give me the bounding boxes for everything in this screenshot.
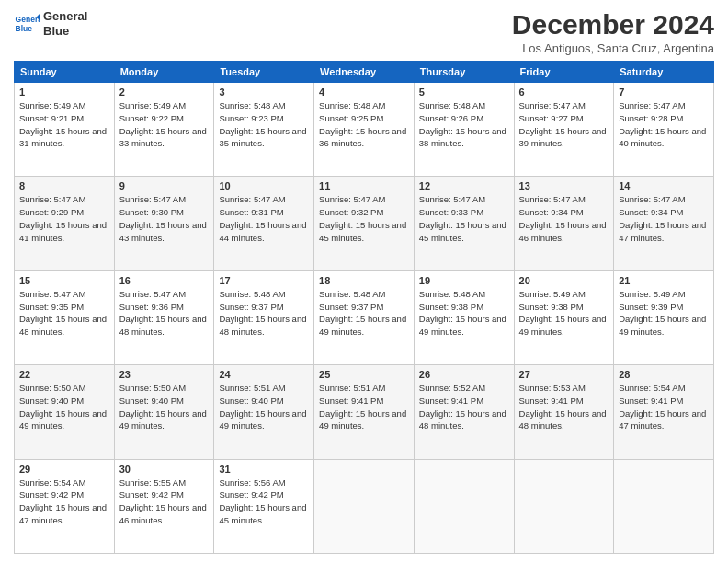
day-info: Sunrise: 5:48 AMSunset: 9:23 PMDaylight:… — [219, 100, 306, 148]
week-row-3: 15 Sunrise: 5:47 AMSunset: 9:35 PMDaylig… — [15, 270, 714, 364]
day-number: 5 — [419, 86, 509, 98]
day-number: 23 — [119, 369, 210, 380]
day-number: 4 — [319, 86, 409, 98]
logo: General Blue General Blue — [14, 9, 87, 38]
calendar-cell: 19 Sunrise: 5:48 AMSunset: 9:38 PMDaylig… — [414, 270, 514, 364]
svg-text:General: General — [16, 15, 40, 24]
day-info: Sunrise: 5:47 AMSunset: 9:31 PMDaylight:… — [219, 194, 306, 242]
day-info: Sunrise: 5:47 AMSunset: 9:35 PMDaylight:… — [19, 289, 107, 337]
day-info: Sunrise: 5:49 AMSunset: 9:38 PMDaylight:… — [519, 289, 607, 337]
day-number: 21 — [619, 275, 709, 286]
day-header-saturday: Saturday — [614, 62, 714, 83]
day-info: Sunrise: 5:47 AMSunset: 9:34 PMDaylight:… — [619, 194, 706, 242]
day-number: 27 — [519, 369, 609, 380]
calendar-cell: 22 Sunrise: 5:50 AMSunset: 9:40 PMDaylig… — [15, 365, 115, 459]
calendar-cell: 21 Sunrise: 5:49 AMSunset: 9:39 PMDaylig… — [614, 270, 714, 364]
day-number: 29 — [19, 464, 109, 475]
day-number: 15 — [19, 275, 109, 286]
calendar-cell — [614, 459, 714, 553]
week-row-1: 1 Sunrise: 5:49 AMSunset: 9:21 PMDayligh… — [15, 83, 714, 177]
day-number: 19 — [419, 275, 509, 286]
title-block: December 2024 Los Antiguos, Santa Cruz, … — [512, 9, 714, 55]
calendar-cell: 8 Sunrise: 5:47 AMSunset: 9:29 PMDayligh… — [15, 177, 115, 270]
day-number: 6 — [519, 86, 609, 98]
day-number: 2 — [119, 86, 210, 98]
day-number: 10 — [219, 180, 309, 191]
day-info: Sunrise: 5:47 AMSunset: 9:28 PMDaylight:… — [619, 100, 706, 148]
day-number: 28 — [619, 369, 709, 380]
calendar-cell: 4 Sunrise: 5:48 AMSunset: 9:25 PMDayligh… — [314, 83, 415, 177]
day-info: Sunrise: 5:49 AMSunset: 9:39 PMDaylight:… — [619, 289, 706, 337]
day-info: Sunrise: 5:47 AMSunset: 9:32 PMDaylight:… — [319, 194, 406, 242]
day-info: Sunrise: 5:51 AMSunset: 9:40 PMDaylight:… — [219, 383, 306, 431]
day-info: Sunrise: 5:54 AMSunset: 9:41 PMDaylight:… — [619, 383, 706, 431]
day-header-monday: Monday — [114, 62, 214, 83]
day-number: 13 — [519, 180, 609, 191]
subtitle: Los Antiguos, Santa Cruz, Argentina — [512, 41, 714, 55]
day-number: 25 — [319, 369, 409, 380]
day-info: Sunrise: 5:47 AMSunset: 9:36 PMDaylight:… — [119, 289, 207, 337]
week-row-2: 8 Sunrise: 5:47 AMSunset: 9:29 PMDayligh… — [15, 177, 714, 270]
day-number: 31 — [219, 464, 309, 475]
logo-icon: General Blue — [14, 11, 40, 37]
day-info: Sunrise: 5:52 AMSunset: 9:41 PMDaylight:… — [419, 383, 506, 431]
day-header-sunday: Sunday — [15, 62, 115, 83]
day-info: Sunrise: 5:54 AMSunset: 9:42 PMDaylight:… — [19, 477, 107, 525]
calendar-header-row: SundayMondayTuesdayWednesdayThursdayFrid… — [15, 62, 714, 83]
day-number: 12 — [419, 180, 509, 191]
day-number: 8 — [19, 180, 109, 191]
calendar-cell: 15 Sunrise: 5:47 AMSunset: 9:35 PMDaylig… — [15, 270, 115, 364]
day-info: Sunrise: 5:50 AMSunset: 9:40 PMDaylight:… — [19, 383, 107, 431]
calendar-table: SundayMondayTuesdayWednesdayThursdayFrid… — [14, 61, 714, 554]
calendar-cell: 31 Sunrise: 5:56 AMSunset: 9:42 PMDaylig… — [214, 459, 314, 553]
day-number: 3 — [219, 86, 309, 98]
day-number: 7 — [619, 86, 709, 98]
day-info: Sunrise: 5:49 AMSunset: 9:22 PMDaylight:… — [119, 100, 207, 148]
day-number: 16 — [119, 275, 210, 286]
calendar-cell: 9 Sunrise: 5:47 AMSunset: 9:30 PMDayligh… — [114, 177, 214, 270]
week-row-4: 22 Sunrise: 5:50 AMSunset: 9:40 PMDaylig… — [15, 365, 714, 459]
calendar-cell: 16 Sunrise: 5:47 AMSunset: 9:36 PMDaylig… — [114, 270, 214, 364]
calendar-cell: 2 Sunrise: 5:49 AMSunset: 9:22 PMDayligh… — [114, 83, 214, 177]
calendar-cell: 1 Sunrise: 5:49 AMSunset: 9:21 PMDayligh… — [15, 83, 115, 177]
day-info: Sunrise: 5:48 AMSunset: 9:37 PMDaylight:… — [319, 289, 406, 337]
day-info: Sunrise: 5:47 AMSunset: 9:27 PMDaylight:… — [519, 100, 607, 148]
calendar-cell: 26 Sunrise: 5:52 AMSunset: 9:41 PMDaylig… — [414, 365, 514, 459]
logo-text: General Blue — [43, 9, 87, 38]
calendar-cell: 3 Sunrise: 5:48 AMSunset: 9:23 PMDayligh… — [214, 83, 314, 177]
day-info: Sunrise: 5:50 AMSunset: 9:40 PMDaylight:… — [119, 383, 207, 431]
day-number: 26 — [419, 369, 509, 380]
day-header-tuesday: Tuesday — [214, 62, 314, 83]
day-info: Sunrise: 5:48 AMSunset: 9:38 PMDaylight:… — [419, 289, 506, 337]
day-info: Sunrise: 5:47 AMSunset: 9:33 PMDaylight:… — [419, 194, 506, 242]
calendar-cell: 5 Sunrise: 5:48 AMSunset: 9:26 PMDayligh… — [414, 83, 514, 177]
day-info: Sunrise: 5:48 AMSunset: 9:25 PMDaylight:… — [319, 100, 406, 148]
svg-text:Blue: Blue — [16, 23, 33, 32]
day-number: 20 — [519, 275, 609, 286]
calendar-cell: 20 Sunrise: 5:49 AMSunset: 9:38 PMDaylig… — [514, 270, 614, 364]
day-info: Sunrise: 5:47 AMSunset: 9:30 PMDaylight:… — [119, 194, 207, 242]
calendar-cell: 24 Sunrise: 5:51 AMSunset: 9:40 PMDaylig… — [214, 365, 314, 459]
day-info: Sunrise: 5:53 AMSunset: 9:41 PMDaylight:… — [519, 383, 607, 431]
week-row-5: 29 Sunrise: 5:54 AMSunset: 9:42 PMDaylig… — [15, 459, 714, 553]
calendar-cell: 11 Sunrise: 5:47 AMSunset: 9:32 PMDaylig… — [314, 177, 415, 270]
day-info: Sunrise: 5:47 AMSunset: 9:29 PMDaylight:… — [19, 194, 107, 242]
day-number: 1 — [19, 86, 109, 98]
day-number: 17 — [219, 275, 309, 286]
day-header-thursday: Thursday — [414, 62, 514, 83]
calendar-cell: 14 Sunrise: 5:47 AMSunset: 9:34 PMDaylig… — [614, 177, 714, 270]
page: General Blue General Blue December 2024 … — [0, 0, 728, 563]
day-info: Sunrise: 5:51 AMSunset: 9:41 PMDaylight:… — [319, 383, 406, 431]
day-info: Sunrise: 5:55 AMSunset: 9:42 PMDaylight:… — [119, 477, 207, 525]
calendar-cell — [414, 459, 514, 553]
day-info: Sunrise: 5:49 AMSunset: 9:21 PMDaylight:… — [19, 100, 107, 148]
day-number: 14 — [619, 180, 709, 191]
calendar-cell: 6 Sunrise: 5:47 AMSunset: 9:27 PMDayligh… — [514, 83, 614, 177]
calendar-cell: 7 Sunrise: 5:47 AMSunset: 9:28 PMDayligh… — [614, 83, 714, 177]
calendar-cell: 23 Sunrise: 5:50 AMSunset: 9:40 PMDaylig… — [114, 365, 214, 459]
calendar-cell: 18 Sunrise: 5:48 AMSunset: 9:37 PMDaylig… — [314, 270, 415, 364]
day-info: Sunrise: 5:47 AMSunset: 9:34 PMDaylight:… — [519, 194, 607, 242]
day-header-friday: Friday — [514, 62, 614, 83]
calendar-cell — [314, 459, 415, 553]
day-number: 24 — [219, 369, 309, 380]
